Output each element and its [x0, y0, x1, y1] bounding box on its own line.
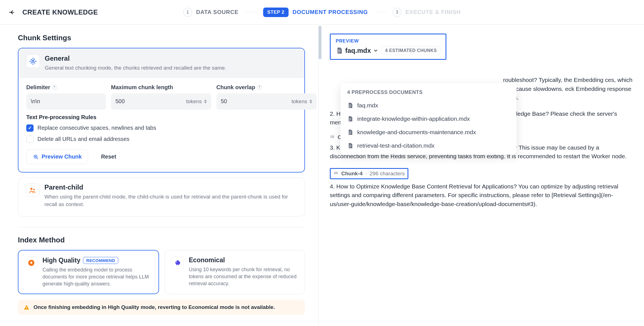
- general-chunk-card[interactable]: General General text chunking mode, the …: [18, 48, 305, 173]
- document-icon: [347, 102, 353, 108]
- file-selector[interactable]: faq.mdx: [336, 47, 378, 55]
- overlap-label: Chunk overlap?: [216, 84, 317, 91]
- people-icon: [26, 183, 39, 197]
- warning-icon: [23, 304, 30, 310]
- step-3-label: EXECUTE & FINISH: [405, 9, 461, 15]
- dropdown-header: 4 PREPROCESS DOCUMENTS: [340, 87, 517, 99]
- index-method-heading: Index Method: [18, 236, 305, 244]
- scrollbar-thumb[interactable]: [319, 26, 321, 59]
- rules-heading: Text Pre-processing Rules: [26, 114, 297, 121]
- chunk-4: Chunk-4 · 296 characters 4. How to Optim…: [330, 168, 633, 209]
- general-desc: General text chunking mode, the chunks r…: [45, 64, 226, 72]
- high-quality-card[interactable]: High Quality RECOMMEND Calling the embed…: [18, 250, 159, 294]
- delimiter-input[interactable]: [26, 93, 106, 110]
- warning-banner: Once finishing embedding in High Quality…: [18, 300, 305, 315]
- help-icon[interactable]: ?: [257, 85, 262, 90]
- svg-point-20: [334, 173, 335, 174]
- preview-label: PREVIEW: [336, 38, 441, 44]
- header-bar: CREATE KNOWLEDGE 1 DATA SOURCE STEP 2 DO…: [0, 0, 644, 25]
- svg-point-19: [337, 172, 338, 173]
- dropdown-item[interactable]: integrate-knowledge-within-application.m…: [340, 112, 517, 126]
- grid-icon: [333, 171, 338, 176]
- rule-spaces-label: Replace consecutive spaces, newlines and…: [37, 125, 156, 131]
- svg-point-6: [176, 262, 177, 263]
- quantity-stepper[interactable]: [204, 100, 207, 103]
- svg-point-15: [332, 137, 333, 138]
- parent-child-desc: When using the parent-child mode, the ch…: [44, 193, 297, 208]
- step-document-processing[interactable]: STEP 2 DOCUMENT PROCESSING: [263, 8, 368, 17]
- page-title: CREATE KNOWLEDGE: [22, 8, 98, 16]
- chunk-settings-heading: Chunk Settings: [18, 34, 305, 42]
- overlap-unit: tokens: [292, 98, 307, 105]
- step-divider: [245, 12, 256, 13]
- step-data-source[interactable]: 1 DATA SOURCE: [183, 8, 238, 17]
- quantity-stepper[interactable]: [309, 100, 312, 103]
- file-dropdown[interactable]: 4 PREPROCESS DOCUMENTS faq.mdx integrate…: [340, 83, 517, 155]
- stepper: 1 DATA SOURCE STEP 2 DOCUMENT PROCESSING…: [183, 8, 461, 17]
- document-icon: [347, 129, 353, 135]
- svg-rect-10: [26, 309, 27, 309]
- svg-point-21: [336, 173, 337, 174]
- chevron-down-icon: [373, 48, 378, 53]
- gear-icon: [26, 55, 40, 68]
- back-button[interactable]: [7, 7, 17, 17]
- general-title: General: [45, 55, 226, 62]
- svg-point-2: [30, 188, 32, 190]
- overlap-input[interactable]: tokens: [216, 93, 317, 110]
- grid-icon: [330, 135, 335, 140]
- svg-point-3: [33, 189, 35, 190]
- preview-header-box: PREVIEW faq.mdx 4 ESTIMATED CHUNKS: [330, 34, 446, 60]
- help-icon[interactable]: ?: [52, 85, 57, 90]
- document-icon: [347, 143, 353, 149]
- rule-spaces-row[interactable]: Replace consecutive spaces, newlines and…: [26, 124, 297, 132]
- reset-button[interactable]: Reset: [95, 150, 122, 164]
- checkbox-checked-icon[interactable]: [26, 124, 34, 132]
- maxlen-label: Maximum chunk length: [111, 84, 211, 91]
- svg-point-13: [333, 136, 334, 136]
- svg-point-0: [32, 60, 34, 62]
- eco-desc: Using 10 keywords per chunk for retrieva…: [189, 266, 298, 287]
- svg-point-12: [332, 136, 333, 136]
- overlap-value[interactable]: [221, 98, 292, 105]
- checkbox-icon[interactable]: [26, 136, 34, 143]
- settings-column: Chunk Settings General General text chun…: [0, 25, 319, 326]
- eco-title: Economical: [189, 256, 225, 264]
- maxlen-input[interactable]: tokens: [111, 93, 211, 110]
- recommend-badge: RECOMMEND: [83, 257, 118, 264]
- chunk-name: Chunk-4: [341, 171, 363, 177]
- svg-point-18: [336, 172, 337, 173]
- chunk-body: roubleshoot? Typically, the Embedding ce…: [503, 75, 633, 102]
- svg-point-17: [334, 172, 335, 173]
- estimated-chunks-badge: 4 ESTIMATED CHUNKS: [382, 46, 441, 55]
- step-divider: [375, 12, 386, 13]
- parent-child-title: Parent-child: [44, 183, 297, 191]
- dropdown-item[interactable]: faq.mdx: [340, 99, 517, 112]
- star-icon: [25, 257, 37, 269]
- svg-point-14: [331, 137, 332, 138]
- step-2-number: STEP 2: [263, 8, 288, 17]
- step-1-label: DATA SOURCE: [196, 9, 238, 15]
- rule-urls-row[interactable]: Delete all URLs and email addresses: [26, 136, 297, 143]
- hq-title: High Quality: [42, 257, 80, 264]
- section-divider: [18, 227, 305, 227]
- dropdown-item[interactable]: knowledge-and-documents-maintenance.mdx: [340, 126, 517, 139]
- sparkle-icon: [33, 154, 39, 160]
- svg-rect-9: [26, 307, 27, 308]
- preview-column: PREVIEW faq.mdx 4 ESTIMATED CHUNKS roubl…: [319, 25, 644, 326]
- chunk-body: 4. How to Optimize Knowledge Base Conten…: [330, 182, 633, 209]
- step-2-label: DOCUMENT PROCESSING: [292, 9, 368, 15]
- document-icon: [347, 116, 353, 122]
- maxlen-unit: tokens: [186, 98, 202, 105]
- step-3-number: 3: [392, 8, 401, 17]
- step-execute-finish[interactable]: 3 EXECUTE & FINISH: [392, 8, 461, 17]
- parent-child-card[interactable]: Parent-child When using the parent-child…: [18, 178, 305, 216]
- maxlen-value[interactable]: [115, 98, 186, 105]
- delimiter-value[interactable]: [31, 98, 101, 105]
- rule-urls-label: Delete all URLs and email addresses: [37, 136, 129, 142]
- document-icon: [336, 47, 343, 54]
- chunk-chars: 296 characters: [370, 171, 405, 177]
- economical-card[interactable]: Economical Using 10 keywords per chunk f…: [165, 250, 305, 294]
- dropdown-item[interactable]: retrieval-test-and-citation.mdx: [340, 139, 517, 152]
- preview-chunk-button[interactable]: Preview Chunk: [26, 150, 88, 164]
- svg-point-11: [331, 136, 332, 136]
